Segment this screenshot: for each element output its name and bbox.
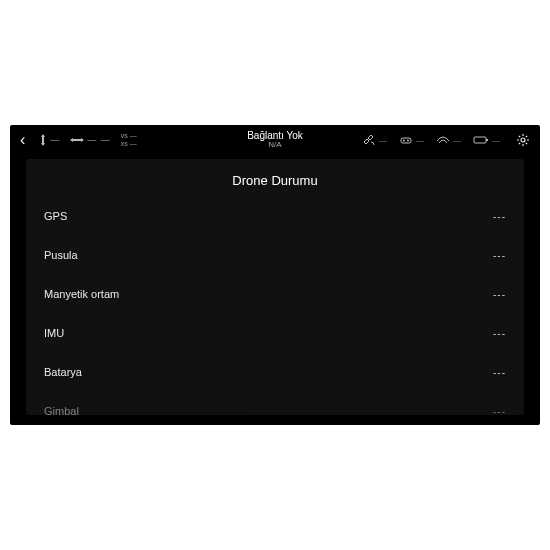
status-value: --- [493, 250, 506, 261]
app-screen: ‹ — — — vs — xs — Bağlantı Yok N/A [10, 125, 540, 425]
status-row-imu[interactable]: IMU --- [26, 317, 524, 350]
battery-icon [473, 135, 489, 145]
status-value: --- [493, 211, 506, 222]
satellite-icon [362, 134, 376, 146]
svg-point-5 [521, 138, 525, 142]
status-label: Manyetik ortam [44, 288, 119, 300]
distance-readout: — — [70, 135, 111, 145]
status-value: --- [493, 289, 506, 300]
satellite-status[interactable]: — [362, 134, 387, 146]
svg-point-2 [407, 140, 409, 142]
top-bar: ‹ — — — vs — xs — Bağlantı Yok N/A [10, 125, 540, 155]
svg-rect-3 [474, 137, 486, 143]
status-label: GPS [44, 210, 67, 222]
svg-rect-0 [401, 138, 411, 143]
status-row-battery[interactable]: Batarya --- [26, 356, 524, 389]
connection-sub: N/A [247, 141, 303, 150]
battery-status[interactable]: — [473, 135, 500, 145]
status-label: Gimbal [44, 405, 79, 415]
back-button[interactable]: ‹ [16, 131, 29, 149]
status-row-gps[interactable]: GPS --- [26, 200, 524, 233]
settings-button[interactable] [512, 133, 534, 147]
status-label: Pusula [44, 249, 78, 261]
status-value: --- [493, 406, 506, 416]
status-row-magnetic[interactable]: Manyetik ortam --- [26, 278, 524, 311]
signal-status[interactable]: — [436, 135, 461, 145]
status-label: Batarya [44, 366, 82, 378]
svg-point-1 [403, 140, 405, 142]
rc-status[interactable]: — [399, 135, 424, 145]
status-label: IMU [44, 327, 64, 339]
panel-title: Drone Durumu [26, 159, 524, 200]
status-value: --- [493, 328, 506, 339]
altitude-readout: — [39, 134, 60, 146]
rc-icon [399, 135, 413, 145]
gear-icon [516, 133, 530, 147]
status-row-compass[interactable]: Pusula --- [26, 239, 524, 272]
signal-icon [436, 135, 450, 145]
drone-status-panel: Drone Durumu GPS --- Pusula --- Manyetik… [26, 159, 524, 415]
speed-readout: vs — xs — [121, 132, 137, 147]
vertical-arrows-icon [39, 134, 47, 146]
connection-status[interactable]: Bağlantı Yok N/A [247, 130, 303, 150]
svg-rect-4 [486, 139, 488, 141]
status-row-gimbal[interactable]: Gimbal --- [26, 395, 524, 415]
status-list[interactable]: GPS --- Pusula --- Manyetik ortam --- IM… [26, 200, 524, 415]
horizontal-arrows-icon [70, 136, 84, 144]
status-value: --- [493, 367, 506, 378]
